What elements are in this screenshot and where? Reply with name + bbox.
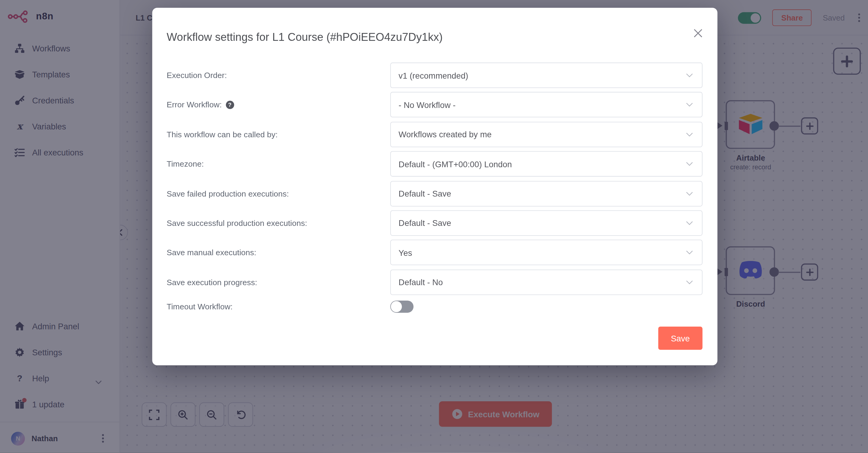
chevron-down-icon: [686, 132, 693, 137]
setting-row-save-failed: Save failed production executions: Defau…: [167, 181, 703, 206]
save-button[interactable]: Save: [658, 327, 702, 350]
close-icon[interactable]: [693, 29, 702, 37]
setting-label: Save successful production executions:: [167, 219, 390, 227]
chevron-down-icon: [686, 280, 693, 285]
select-value: Default - No: [399, 277, 686, 287]
caller-policy-select[interactable]: Workflows created by me: [390, 122, 702, 147]
select-value: v1 (recommended): [399, 70, 686, 80]
setting-label: Error Workflow: ?: [167, 100, 390, 109]
select-value: Default - Save: [399, 189, 686, 198]
chevron-down-icon: [686, 162, 693, 166]
modal-body: Execution Order: v1 (recommended) Error …: [167, 63, 703, 319]
setting-label: This workflow can be called by:: [167, 130, 390, 139]
chevron-down-icon: [686, 250, 693, 255]
setting-row-save-progress: Save execution progress: Default - No: [167, 269, 703, 295]
setting-row-execution-order: Execution Order: v1 (recommended): [167, 63, 703, 88]
chevron-down-icon: [686, 73, 693, 78]
setting-row-timeout: Timeout Workflow:: [167, 299, 703, 315]
save-progress-select[interactable]: Default - No: [390, 269, 702, 295]
help-badge-icon[interactable]: ?: [226, 101, 234, 109]
timeout-workflow-toggle[interactable]: [390, 300, 413, 313]
select-value: Default - Save: [399, 218, 686, 228]
setting-label: Timeout Workflow:: [167, 302, 390, 311]
execution-order-select[interactable]: v1 (recommended): [390, 63, 702, 88]
toggle-knob: [391, 301, 402, 312]
workflow-settings-modal: Workflow settings for L1 Course (#hPOiEE…: [152, 8, 717, 365]
setting-row-error-workflow: Error Workflow: ? - No Workflow -: [167, 92, 703, 118]
select-value: Yes: [399, 248, 686, 257]
save-manual-select[interactable]: Yes: [390, 240, 702, 265]
setting-label: Save execution progress:: [167, 278, 390, 286]
select-value: - No Workflow -: [399, 100, 686, 109]
error-workflow-select[interactable]: - No Workflow -: [390, 92, 702, 118]
setting-label: Timezone:: [167, 159, 390, 168]
chevron-down-icon: [686, 102, 693, 107]
setting-row-timezone: Timezone: Default - (GMT+00:00) London: [167, 151, 703, 176]
setting-label-text: Error Workflow:: [167, 100, 222, 109]
save-failed-select[interactable]: Default - Save: [390, 181, 702, 206]
save-success-select[interactable]: Default - Save: [390, 210, 702, 235]
setting-label: Execution Order:: [167, 71, 390, 79]
setting-label: Save manual executions:: [167, 248, 390, 257]
setting-label: Save failed production executions:: [167, 189, 390, 198]
chevron-down-icon: [686, 221, 693, 225]
modal-title: Workflow settings for L1 Course (#hPOiEE…: [167, 31, 443, 43]
setting-row-save-success: Save successful production executions: D…: [167, 210, 703, 235]
setting-row-save-manual: Save manual executions: Yes: [167, 240, 703, 265]
app-root: n8n Workflows Templates Credentials: [0, 0, 868, 453]
select-value: Workflows created by me: [399, 130, 686, 139]
timezone-select[interactable]: Default - (GMT+00:00) London: [390, 151, 702, 176]
chevron-down-icon: [686, 191, 693, 196]
select-value: Default - (GMT+00:00) London: [399, 159, 686, 169]
setting-row-called-by: This workflow can be called by: Workflow…: [167, 122, 703, 147]
